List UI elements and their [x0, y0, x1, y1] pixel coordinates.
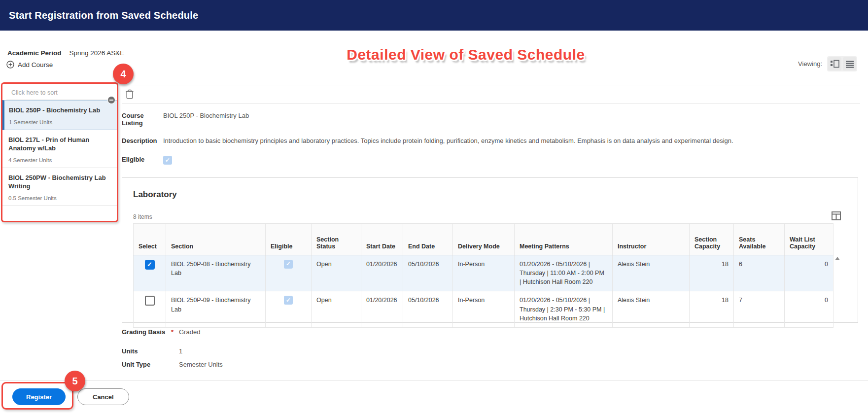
sections-table-wrap: Select Section Eligible Section Status S…	[133, 223, 848, 328]
detail-view-toggle[interactable]	[828, 57, 841, 70]
annotation-heading: Detailed View of Saved Schedule	[340, 46, 591, 63]
col-header-wait-list-capacity[interactable]: Wait List Capacity	[785, 224, 833, 255]
grading-basis-label: Grading Basis	[122, 328, 171, 336]
academic-period-value: Spring 2026 AS&E	[69, 49, 125, 57]
table-scrollbar[interactable]	[833, 223, 840, 328]
course-listing-field: Course Listing BIOL 250P - Biochemistry …	[122, 112, 848, 127]
unit-type-label: Unit Type	[122, 361, 171, 368]
meeting-patterns-cell: 01/20/2026 - 05/10/2026 | Thursday | 2:3…	[515, 291, 613, 327]
remove-course-icon[interactable]	[107, 96, 115, 104]
divider	[123, 85, 860, 85]
end-date-cell: 05/10/2026	[403, 255, 453, 291]
viewing-label: Viewing:	[798, 60, 822, 68]
select-checkbox[interactable]: ✓	[145, 260, 155, 270]
footer-divider	[0, 380, 868, 381]
sort-input[interactable]	[6, 85, 113, 100]
unit-type-value: Semester Units	[179, 361, 223, 368]
course-title: BIOL 217L - Prin of Human Anatomy w/Lab	[8, 136, 111, 153]
column-settings-button[interactable]	[832, 211, 841, 220]
scroll-up-icon[interactable]	[835, 257, 840, 260]
annotation-step-5: 5	[65, 371, 85, 391]
delivery-mode-cell: In-Person	[453, 255, 515, 291]
academic-period-label: Academic Period	[7, 49, 62, 57]
course-item-biol-250pw[interactable]: BIOL 250PW - Biochemistry Lab Writing 0.…	[2, 168, 117, 206]
eligible-label: Eligible	[122, 156, 163, 163]
academic-period-row: Academic Period Spring 2026 AS&E	[7, 49, 124, 57]
description-value: Introduction to basic biochemistry princ…	[163, 137, 848, 145]
table-header-row: Select Section Eligible Section Status S…	[134, 224, 833, 255]
units-field: Units 1	[122, 347, 223, 355]
description-field: Description Introduction to basic bioche…	[122, 137, 848, 145]
start-date-cell: 01/20/2026	[361, 291, 403, 327]
detail-view-icon	[830, 60, 839, 68]
status-cell: Open	[312, 255, 361, 291]
laboratory-title: Laboratory	[133, 190, 848, 200]
items-count: 8 items	[133, 213, 152, 220]
eligible-field: Eligible ✓	[122, 156, 848, 165]
unit-type-field: Unit Type Semester Units	[122, 361, 223, 368]
eligible-checkbox: ✓	[284, 296, 293, 305]
course-item-biol-217l[interactable]: BIOL 217L - Prin of Human Anatomy w/Lab …	[2, 130, 117, 168]
view-toggle-group	[827, 56, 857, 71]
delivery-mode-cell: In-Person	[453, 291, 515, 327]
course-item-biol-250p[interactable]: BIOL 250P - Biochemistry Lab 1 Semester …	[2, 100, 117, 130]
course-listing-value: BIOL 250P - Biochemistry Lab	[163, 112, 848, 120]
col-header-section-status[interactable]: Section Status	[312, 224, 361, 255]
summary-fields: Grading Basis * Graded Units 1 Unit Type…	[122, 328, 223, 380]
instructor-cell: Alexis Stein	[613, 255, 690, 291]
select-checkbox[interactable]	[145, 296, 155, 306]
col-header-start-date[interactable]: Start Date	[361, 224, 403, 255]
sections-table: Select Section Eligible Section Status S…	[133, 223, 833, 328]
list-view-icon	[845, 60, 854, 68]
col-header-meeting-patterns[interactable]: Meeting Patterns	[515, 224, 613, 255]
col-header-seats-available[interactable]: Seats Available	[734, 224, 785, 255]
table-meta-row: 8 items	[133, 211, 847, 220]
course-units: 0.5 Semester Units	[8, 195, 111, 201]
start-date-cell: 01/20/2026	[361, 255, 403, 291]
course-units: 1 Semester Units	[9, 119, 111, 125]
eligible-checkbox: ✓	[284, 260, 293, 269]
seats-available-cell: 6	[734, 255, 785, 291]
list-view-toggle[interactable]	[843, 57, 856, 70]
app-title-bar: Start Registration from Saved Schedule	[0, 0, 868, 31]
annotation-step-4: 4	[113, 64, 134, 84]
grading-basis-field: Grading Basis * Graded	[122, 328, 223, 336]
section-row-250p-09: BIOL 250P-09 - Biochemistry Lab ✓ Open 0…	[134, 291, 833, 327]
description-label: Description	[122, 137, 163, 144]
delete-course-button[interactable]	[125, 89, 135, 100]
col-header-instructor[interactable]: Instructor	[613, 224, 690, 255]
units-value: 1	[179, 347, 182, 355]
section-cell: BIOL 250P-09 - Biochemistry Lab	[166, 291, 266, 327]
laboratory-panel: Laboratory 8 items Select Section	[122, 177, 858, 323]
instructor-cell: Alexis Stein	[613, 291, 690, 327]
col-header-end-date[interactable]: End Date	[403, 224, 453, 255]
course-detail-fields: Course Listing BIOL 250P - Biochemistry …	[122, 112, 848, 175]
plus-circle-icon	[6, 61, 14, 69]
required-marker: *	[171, 328, 179, 336]
table-columns-icon	[832, 211, 841, 220]
saved-schedule-course-list: BIOL 250P - Biochemistry Lab 1 Semester …	[1, 82, 118, 222]
col-header-section[interactable]: Section	[166, 224, 266, 255]
viewing-control: Viewing:	[798, 56, 857, 71]
section-capacity-cell: 18	[690, 255, 734, 291]
wait-list-capacity-cell: 0	[785, 291, 833, 327]
course-units: 4 Semester Units	[8, 157, 111, 163]
col-header-select[interactable]: Select	[134, 224, 166, 255]
col-header-delivery-mode[interactable]: Delivery Mode	[453, 224, 515, 255]
grading-basis-value: Graded	[179, 328, 200, 336]
col-header-eligible[interactable]: Eligible	[266, 224, 312, 255]
section-capacity-cell: 18	[690, 291, 734, 327]
trash-icon	[125, 89, 135, 100]
section-cell: BIOL 250P-08 - Biochemistry Lab	[166, 255, 266, 291]
course-listing-label: Course Listing	[122, 112, 163, 127]
eligible-checkbox: ✓	[163, 156, 172, 165]
units-label: Units	[122, 347, 171, 355]
section-row-250p-08: ✓ BIOL 250P-08 - Biochemistry Lab ✓ Open…	[134, 255, 833, 291]
col-header-section-capacity[interactable]: Section Capacity	[690, 224, 734, 255]
cancel-button[interactable]: Cancel	[77, 388, 129, 405]
end-date-cell: 05/10/2026	[403, 291, 453, 327]
course-title: BIOL 250P - Biochemistry Lab	[9, 106, 111, 115]
add-course-label: Add Course	[18, 61, 53, 69]
add-course-button[interactable]: Add Course	[6, 61, 53, 69]
divider	[122, 104, 860, 104]
